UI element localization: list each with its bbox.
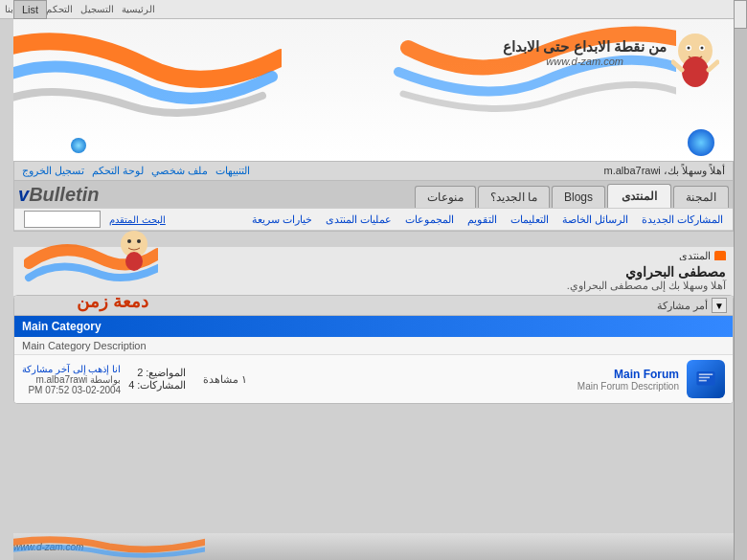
forum-topic-stats: المواضيع: 2 المشاركات: 4: [128, 367, 186, 392]
link-profile[interactable]: ملف شخصي: [151, 165, 208, 177]
svg-rect-14: [699, 377, 710, 379]
scrollbar-thumb[interactable]: [734, 0, 747, 29]
scrollbar[interactable]: [734, 0, 747, 560]
subnav-quick-options[interactable]: خيارات سريعة: [248, 213, 316, 227]
subnav-instructions[interactable]: التعليمات: [507, 213, 553, 227]
last-post-section: انا إذهب إلى آخر مشاركة بواسطة m.alba7ra…: [22, 364, 121, 395]
forum-stats: ١ مشاهدة: [203, 373, 247, 386]
list-button[interactable]: List: [13, 0, 47, 19]
tab-majnah[interactable]: المجنة: [673, 186, 729, 208]
forum-row: Main Forum Main Forum Description ١ مشاه…: [14, 355, 733, 403]
posts-stat: المشاركات: 4: [128, 379, 186, 392]
category-title: Main Category: [14, 316, 733, 337]
tab-various[interactable]: منوعات: [415, 186, 476, 208]
bottom-swoosh: [13, 533, 205, 560]
tab-whats-new[interactable]: ما الجديد؟: [478, 186, 550, 208]
bottom-bar: www.d-zam.com: [13, 533, 734, 560]
link-logout[interactable]: تسجيل الخروج: [22, 165, 84, 177]
link-control-panel[interactable]: لوحة التحكم: [92, 165, 144, 177]
svg-point-5: [682, 56, 709, 87]
forum-logo-area: دمعة زمن: [24, 225, 158, 312]
welcome-links: التنبيهات ملف شخصي لوحة التحكم تسجيل الخ…: [22, 165, 250, 177]
swoosh-left: [13, 19, 282, 153]
last-post-by: بواسطة m.alba7rawi: [22, 374, 121, 385]
welcome-bar: أهلاً وسهلاً بك، m.alba7rawi التنبيهات م…: [14, 162, 733, 181]
category-bar-label: أمر مشاركة: [657, 300, 708, 312]
deco-circle-small: [71, 138, 86, 153]
subnav-groups[interactable]: المجموعات: [401, 213, 458, 227]
logo-url: www.d-zam.com: [503, 56, 667, 67]
last-post-text: انا إذهب إلى آخر مشاركة: [22, 364, 121, 374]
svg-rect-15: [699, 380, 707, 382]
top-bar: الرئيسية التسجيل التحكم اتصل بنا List: [0, 0, 734, 19]
forum-icon: [687, 360, 725, 398]
forum-title[interactable]: Main Forum: [255, 368, 679, 381]
subnav-calendar[interactable]: التقويم: [464, 213, 501, 227]
svg-rect-13: [699, 373, 713, 375]
nav-container: أهلاً وسهلاً بك، m.alba7rawi التنبيهات م…: [13, 161, 734, 232]
category-description: Main Category Description: [14, 337, 733, 355]
forum-info: Main Forum Main Forum Description: [255, 368, 679, 392]
svg-point-2: [688, 47, 690, 50]
header-logo: من نقطة الابداع حتى الابداع www.d-zam.co…: [503, 38, 667, 67]
topbar-link-control[interactable]: التحكم: [46, 4, 73, 14]
tab-blogs[interactable]: Blogs: [552, 186, 605, 208]
deco-circle-blue: [688, 129, 714, 156]
vbulletin-logo: vBulletin: [18, 184, 99, 206]
mascot: [671, 34, 719, 91]
subnav-private-msg[interactable]: الرسائل الخاصة: [558, 213, 632, 227]
topbar-link-home[interactable]: الرئيسية: [122, 4, 155, 14]
forum-views: ١ مشاهدة: [203, 373, 247, 386]
main-tabs: المجنة المنتدى Blogs ما الجديد؟ منوعات v…: [14, 181, 733, 208]
last-post-time: PM 07:52 03-02-2004: [22, 385, 121, 395]
expand-icon[interactable]: ▼: [712, 298, 727, 313]
greeting-text: أهلاً وسهلاً بك، m.alba7rawi: [604, 165, 725, 176]
link-notifications[interactable]: التنبيهات: [215, 165, 250, 177]
logo-main-text: من نقطة الابداع حتى الابداع: [503, 38, 667, 56]
subnav-new-posts[interactable]: المشاركات الجديدة: [638, 213, 727, 227]
svg-point-10: [137, 239, 141, 243]
topics-stat: المواضيع: 2: [128, 367, 186, 379]
svg-point-9: [127, 239, 131, 243]
views-count: ١ مشاهدة: [203, 373, 247, 385]
tab-forum[interactable]: المنتدى: [607, 184, 671, 208]
svg-line-7: [709, 62, 717, 70]
welcome-text: أهلاً وسهلاً بك، m.alba7rawi: [604, 165, 725, 177]
forum-description: Main Forum Description: [255, 381, 679, 392]
svg-rect-12: [696, 371, 714, 385]
topbar-link-register[interactable]: التسجيل: [80, 4, 114, 14]
subnav-forum-ops[interactable]: عمليات المنتدى: [322, 213, 396, 227]
svg-point-11: [125, 252, 143, 271]
svg-line-6: [673, 62, 682, 70]
svg-point-4: [701, 47, 704, 50]
